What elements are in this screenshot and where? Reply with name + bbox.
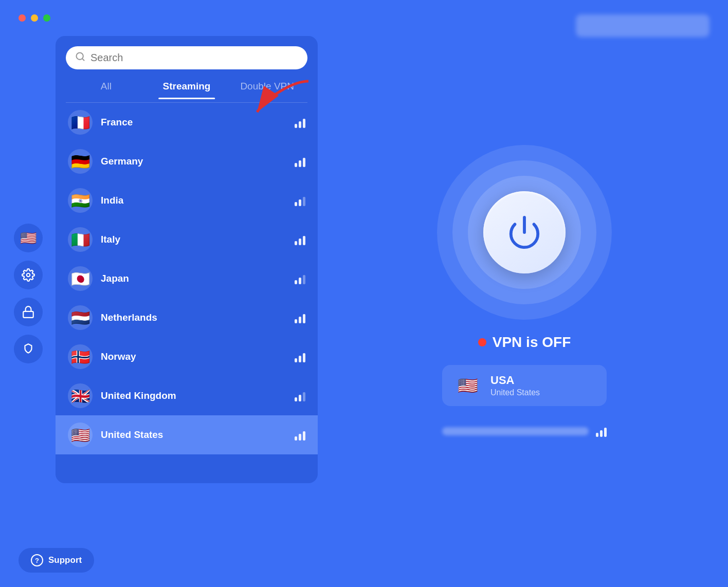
selected-country[interactable]: 🇺🇸 USA United States (442, 365, 607, 406)
country-name: United States (101, 429, 286, 441)
signal-bar-2 (600, 430, 603, 437)
sidebar: 🇺🇸 (0, 0, 57, 587)
bottom-signal-bars (596, 426, 607, 437)
vpn-status-text: VPN is OFF (493, 334, 571, 351)
country-flag: 🇳🇴 (68, 344, 93, 369)
signal-bar (303, 197, 305, 206)
country-flag: 🇺🇸 (68, 423, 93, 447)
close-button[interactable] (19, 14, 26, 22)
signal-bar (299, 121, 301, 128)
server-panel: All Streaming Double VPN 🇫🇷 France 🇩🇪 Ge… (56, 36, 318, 483)
signal-bar (295, 124, 297, 128)
maximize-button[interactable] (43, 14, 50, 22)
signal-bar (295, 163, 297, 167)
country-flag: 🇮🇳 (68, 188, 93, 213)
signal-bar (295, 202, 297, 206)
signal-bar (295, 397, 297, 401)
bottom-blurred-info (442, 427, 589, 435)
signal-bar-3 (604, 428, 607, 437)
sidebar-item-location[interactable]: 🇺🇸 (14, 224, 43, 252)
power-button[interactable] (483, 191, 566, 273)
country-list: 🇫🇷 France 🇩🇪 Germany 🇮🇳 India 🇮🇹 Italy 🇯… (56, 103, 318, 483)
svg-point-0 (27, 273, 30, 277)
signal-bar (299, 199, 301, 206)
country-flag: 🇬🇧 (68, 383, 93, 408)
signal-bar (299, 239, 301, 245)
signal-bar (299, 356, 301, 362)
svg-line-3 (82, 59, 84, 61)
signal-bar (295, 358, 297, 362)
tab-bar: All Streaming Double VPN (56, 76, 318, 99)
signal-bar (303, 392, 305, 401)
country-flag: 🇩🇪 (68, 149, 93, 174)
signal-bar (299, 278, 301, 284)
signal-bar (295, 241, 297, 245)
signal-bar (303, 314, 305, 323)
selected-country-code: USA (490, 374, 540, 387)
country-flag: 🇯🇵 (68, 266, 93, 291)
signal-bar (295, 436, 297, 441)
bottom-bar (442, 420, 607, 442)
signal-bar (303, 431, 305, 441)
signal-bar (303, 119, 305, 128)
country-flag: 🇫🇷 (68, 110, 93, 135)
search-input[interactable] (90, 52, 298, 64)
tab-streaming[interactable]: Streaming (147, 76, 227, 99)
signal-bar (303, 353, 305, 362)
signal-bar (303, 275, 305, 284)
support-label: Support (48, 555, 82, 565)
support-button[interactable]: ? Support (19, 548, 94, 573)
country-flag: 🇮🇹 (68, 227, 93, 252)
tab-double-vpn[interactable]: Double VPN (227, 76, 307, 99)
power-button-area (437, 145, 612, 320)
country-item-netherlands[interactable]: 🇳🇱 Netherlands (56, 298, 318, 337)
top-right-bar (576, 14, 709, 37)
country-item-india[interactable]: 🇮🇳 India (56, 181, 318, 220)
country-name: United Kingdom (101, 390, 286, 401)
minimize-button[interactable] (31, 14, 38, 22)
sidebar-item-security[interactable] (14, 298, 43, 326)
signal-bar (295, 319, 297, 323)
svg-rect-1 (23, 311, 33, 318)
signal-bar (303, 158, 305, 167)
country-item-japan[interactable]: 🇯🇵 Japan (56, 259, 318, 298)
power-icon (506, 214, 542, 250)
country-name: Norway (101, 351, 286, 362)
signal-bar (299, 434, 301, 441)
country-item-norway[interactable]: 🇳🇴 Norway (56, 337, 318, 376)
sidebar-item-settings[interactable] (14, 261, 43, 289)
country-name: India (101, 195, 286, 206)
tab-all[interactable]: All (66, 76, 147, 99)
signal-bar (299, 160, 301, 167)
selected-country-info: USA United States (490, 374, 540, 397)
signal-bar (295, 280, 297, 284)
signal-bar (303, 236, 305, 245)
window-controls (19, 14, 50, 22)
country-name: Japan (101, 273, 286, 284)
search-icon (75, 51, 85, 64)
search-bar[interactable] (66, 46, 307, 69)
vpn-panel: VPN is OFF 🇺🇸 USA United States (339, 36, 709, 551)
country-name: Italy (101, 234, 286, 245)
country-item-germany[interactable]: 🇩🇪 Germany (56, 142, 318, 181)
country-item-united_kingdom[interactable]: 🇬🇧 United Kingdom (56, 376, 318, 415)
signal-bar (299, 317, 301, 323)
vpn-status: VPN is OFF (478, 334, 571, 351)
support-icon: ? (31, 554, 43, 566)
country-item-united_states[interactable]: 🇺🇸 United States (56, 415, 318, 454)
signal-bar (299, 395, 301, 401)
country-name: France (101, 117, 286, 128)
selected-country-flag: 🇺🇸 (454, 372, 481, 399)
country-name: Netherlands (101, 312, 286, 323)
country-item-italy[interactable]: 🇮🇹 Italy (56, 220, 318, 259)
selected-country-full-name: United States (490, 388, 540, 397)
sidebar-item-adblock[interactable] (14, 335, 43, 363)
status-dot (478, 338, 486, 346)
signal-bar-1 (596, 433, 598, 437)
country-item-france[interactable]: 🇫🇷 France (56, 103, 318, 142)
country-flag: 🇳🇱 (68, 305, 93, 330)
country-name: Germany (101, 156, 286, 167)
